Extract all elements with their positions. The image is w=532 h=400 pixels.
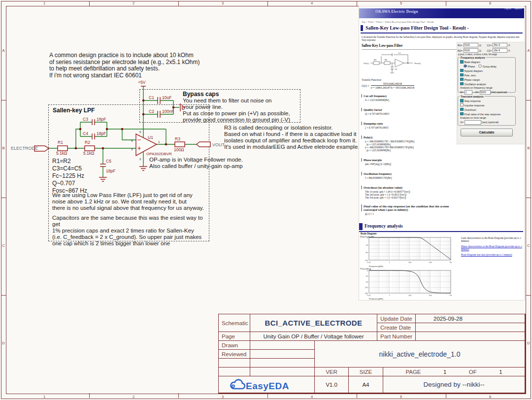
link-bode-text-data[interactable]: Bode Diagram text data (provides up to 1… <box>461 253 524 256</box>
svg-text:3: 3 <box>131 147 133 151</box>
page-label: Page <box>219 332 250 341</box>
r3-value: 100Ω <box>174 147 184 152</box>
c5-value: 18pF <box>106 168 115 173</box>
r2-input[interactable]: 5100 <box>464 48 478 53</box>
units-note: p:pico, n:nano, u:micro, k:kilo, M:mega <box>458 53 497 56</box>
c4-value: 18pF <box>97 131 106 136</box>
result-damping: Damping ratioζ = 0.70710678118655 <box>361 122 460 129</box>
transient-analysis-fieldset: Transient analysis Step response Impulse… <box>458 96 516 126</box>
create-date-label: Create Date <box>377 323 416 332</box>
r3-ref: R3 <box>175 136 180 141</box>
drawn-label: Drawn <box>219 341 250 350</box>
result-poles: Pole(s)p = -866.85088851795 - 866.850888… <box>361 135 460 152</box>
radio-phase[interactable] <box>464 65 467 68</box>
svg-text:0.01: 0.01 <box>367 262 370 264</box>
svg-text:0: 0 <box>367 237 368 239</box>
link-phase-characteristics[interactable]: Phase characteristics at the Bode Diagra… <box>461 245 524 251</box>
site-nav: English Japanese <box>502 7 522 10</box>
bode-magnitude-plot: 0-40-80-1200.01110010k1M <box>360 236 452 266</box>
size-label: SIZE <box>349 367 383 376</box>
svg-text:10k: 10k <box>429 295 432 297</box>
frequency-analysis-fieldset: Frequency analysis Bode diagram Phase Gr… <box>458 57 516 93</box>
transfer-function-label: Transfer Function: <box>362 78 382 81</box>
document-name: nikki_active_electrode_1.0 <box>315 341 525 367</box>
resistor-r3 <box>175 142 185 147</box>
section-marker <box>359 223 363 230</box>
schematic-label: Schematic <box>219 314 250 332</box>
cloud-dot <box>232 385 234 387</box>
svg-text:1M: 1M <box>449 295 452 297</box>
c1-input[interactable]: 36e-9 <box>493 43 507 47</box>
frequency-axis-label: Frequency[Hz] <box>369 265 383 267</box>
bode-diagram-label: Bode Diagram <box>361 233 377 235</box>
frequency-analysis-heading: Frequency analysis <box>365 224 403 229</box>
svg-text:5: 5 <box>139 130 141 133</box>
nav-link-japanese[interactable]: Japanese <box>514 7 522 10</box>
nav-link-english[interactable]: English <box>504 7 511 10</box>
svg-text:1: 1 <box>158 140 160 143</box>
easyeda-logo-text: EasyEDA <box>246 381 289 391</box>
size-value: A4 <box>349 376 383 393</box>
c3-ref: C3 <box>83 117 88 122</box>
tf-denominator: s² + 10893.2461873s + 59531608.249258 <box>371 85 415 89</box>
component-labels: R1 5.1kΩ R2 5.1kΩ R3 100Ω C3 18pF C4 18p… <box>56 80 184 173</box>
result-final-value: Final value of the step response (on the… <box>361 204 460 215</box>
f2-input[interactable]: 5000 <box>480 90 491 95</box>
resistor-r2 <box>85 146 95 151</box>
result-quality: Quality factorQ = 0.70710678118655 <box>361 108 460 115</box>
checkbox-final-value[interactable] <box>460 112 464 116</box>
electrode-port-label: ELECTRODE <box>11 146 38 151</box>
svg-text:-120: -120 <box>364 260 368 262</box>
freq-range-label: Analysis on frequency range: <box>460 87 514 90</box>
svg-text:-90: -90 <box>366 281 368 283</box>
checkbox-step-response[interactable] <box>460 99 464 102</box>
r2-value: 5.1kΩ <box>83 151 94 156</box>
checkbox-oscillation[interactable] <box>460 82 464 86</box>
c2-ref: C2 <box>149 109 154 114</box>
svg-text:2: 2 <box>139 157 141 161</box>
svg-text:1: 1 <box>389 295 390 297</box>
f1-input[interactable]: 1 <box>465 90 472 95</box>
radio-group-delay[interactable] <box>478 65 482 68</box>
result-overshoot: Overshoot (in absolute value)The 1st pea… <box>361 186 460 199</box>
page-title: Sallen-Key Low-pass Filter Design Tool -… <box>361 25 469 31</box>
easyeda-logo: EasyEDA <box>219 376 315 393</box>
okawa-webpage-panel: OKAWA Electric Design English Japanese T… <box>359 6 525 300</box>
svg-text:C1: C1 <box>398 52 401 54</box>
filter-circuit-sketch: Vin(s) R1 R2 C1 C2 Vout(s) <box>364 51 437 75</box>
c1-ref: C1 <box>149 95 154 100</box>
create-date-value <box>416 323 525 332</box>
checkbox-bode-diagram[interactable] <box>460 60 464 64</box>
result-oscillation: Oscillation frequencyf = 866.85088851795… <box>361 172 460 179</box>
frequency-axis-label: Frequency[Hz] <box>369 298 383 300</box>
svg-text:R1: R1 <box>374 59 377 61</box>
freq-range-inputs: f1= 1 ~ f2= 5000 [Hz] (optional) <box>460 90 514 95</box>
breadcrumb[interactable]: Top > Tools > Filters > Sallen-Key Low-p… <box>362 21 433 23</box>
bode-phase-plot: 0-45-90-135-1800.01110010k1M <box>360 269 452 299</box>
c2-input[interactable]: 18e-9 <box>493 48 507 53</box>
calculate-button[interactable]: Calculate <box>461 129 513 136</box>
result-cutoff: Cut off frequencyfc = 1225.9209998[Hz] <box>361 94 460 101</box>
checkbox-overshoot[interactable] <box>460 108 464 111</box>
checkbox-nyquist[interactable] <box>460 69 464 72</box>
svg-text:0.01: 0.01 <box>367 295 370 297</box>
svg-text:-180: -180 <box>364 293 368 295</box>
c2-value: 100nF <box>162 109 174 114</box>
resistor-r1 <box>58 146 67 151</box>
svg-text:R2: R2 <box>385 59 388 61</box>
link-gain-characteristics[interactable]: Gain characteristics at the Bode Diagram… <box>461 236 524 242</box>
t1-input[interactable] <box>465 120 481 125</box>
checkbox-phase-margin[interactable] <box>460 78 464 81</box>
svg-text:C2: C2 <box>395 68 398 70</box>
svg-text:1: 1 <box>389 262 390 264</box>
svg-text:100: 100 <box>408 295 411 297</box>
schematic-sheet: 1 2 3 4 5 6 1 2 3 4 5 6 A B C D A B C D … <box>0 0 532 400</box>
checkbox-impulse-response[interactable] <box>460 103 464 107</box>
title-block: Schematic BCI_ACTIVE_ELECTRODE Update Da… <box>218 314 526 394</box>
c1-value: 10uF <box>162 95 171 100</box>
r1-value: 5.1kΩ <box>56 151 67 156</box>
r1-input[interactable]: 5100 <box>464 43 478 47</box>
power-5v-label: +5V <box>138 80 146 85</box>
svg-text:-40: -40 <box>366 244 368 246</box>
checkbox-pole-zero[interactable] <box>460 73 464 77</box>
